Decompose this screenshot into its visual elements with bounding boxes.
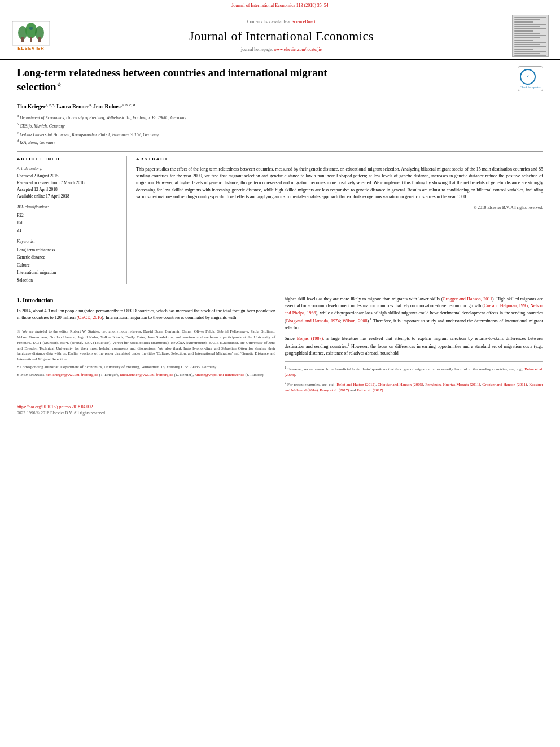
cite-oecd[interactable]: OECD, 2016	[78, 315, 102, 320]
footer-doi[interactable]: https://doi.org/10.1016/j.jinteco.2018.0…	[17, 404, 543, 410]
check-for-updates-badge: ✓ Check for updates	[518, 66, 543, 91]
sciencedirect-link[interactable]: ScienceDirect	[292, 19, 316, 24]
article-history-label: Article history:	[17, 166, 121, 172]
intro-para-1: In 2014, about 4.3 million people migrat…	[17, 308, 275, 322]
section-divider	[17, 290, 543, 290]
affil-d: d IZA, Bonn, Germany	[17, 138, 543, 146]
article-info-header: ARTICLE INFO	[17, 156, 121, 163]
jel-z1: Z1	[17, 227, 121, 235]
affil-a: a Department of Economics, University of…	[17, 113, 543, 121]
footnote-star: ☆ We are grateful to the editor Robert W…	[17, 329, 275, 362]
journal-title-block: Contents lists available at ScienceDirec…	[51, 19, 512, 53]
jel-f22: F22	[17, 212, 121, 220]
keyword-list: Long-term relatedness Genetic distance C…	[17, 246, 121, 285]
intro-title: 1. Introduction	[17, 296, 275, 305]
body-left-col: 1. Introduction In 2014, about 4.3 milli…	[17, 296, 275, 395]
page-footer: https://doi.org/10.1016/j.jinteco.2018.0…	[0, 401, 560, 419]
article-title-section: Long-term relatedness between countries …	[17, 66, 543, 98]
jel-label: JEL classification:	[17, 204, 121, 211]
journal-citation-bar: Journal of International Economics 113 (…	[0, 0, 560, 10]
cite-coe[interactable]: Coe and Helpman, 1995	[484, 303, 528, 308]
article-title: Long-term relatedness between countries …	[17, 66, 344, 94]
article-title-text: Long-term relatedness between countries …	[17, 66, 344, 94]
info-abstract-section: ARTICLE INFO Article history: Received 2…	[17, 151, 543, 284]
author-jens: Jens Ruhose	[93, 104, 121, 110]
keywords-label: Keywords:	[17, 239, 121, 245]
cite-borjas[interactable]: Borjas (1987)	[297, 336, 323, 341]
author-tim-sup: a, b,*,	[46, 103, 55, 107]
page: Journal of International Economics 113 (…	[0, 0, 560, 747]
footnote-corresponding: * Corresponding author at: Department of…	[17, 365, 275, 370]
kw-4: International migration	[17, 269, 121, 277]
check-updates-label: Check for updates	[520, 86, 540, 89]
body-section: 1. Introduction In 2014, about 4.3 milli…	[17, 296, 543, 395]
footnote-2: 2 For recent examples, see, e.g.; Belot …	[285, 380, 543, 393]
abstract-text: This paper studies the effect of the lon…	[136, 166, 543, 201]
cite-grogger[interactable]: Grogger and Hanson, 2011	[443, 296, 492, 302]
abstract-col: ABSTRACT This paper studies the effect o…	[136, 156, 543, 284]
thumbnail-content	[513, 15, 548, 57]
footnote-emails: E-mail addresses: tim.krieger@vwl.uni-fr…	[17, 373, 275, 378]
svg-point-8	[29, 27, 33, 30]
kw-5: Selection	[17, 277, 121, 285]
footnote-section-right: 1 However, recent research on 'beneficia…	[285, 361, 543, 393]
jel-section: JEL classification: F22 J61 Z1	[17, 204, 121, 234]
keywords-section: Keywords: Long-term relatedness Genetic …	[17, 239, 121, 284]
copyright: © 2018 Elsevier B.V. All rights reserved…	[136, 205, 543, 211]
elsevier-logo-svg: ELSEVIER	[11, 20, 51, 51]
article-content: Long-term relatedness between countries …	[0, 60, 560, 401]
elsevier-logo: ELSEVIER	[11, 20, 51, 51]
affil-c: c Leibniz Universität Hannover, Königswo…	[17, 130, 543, 138]
kw-1: Long-term relatedness	[17, 246, 121, 254]
kw-3: Culture	[17, 261, 121, 269]
kw-2: Genetic distance	[17, 254, 121, 261]
title-star: ☆	[56, 81, 62, 88]
article-info-col: ARTICLE INFO Article history: Received 2…	[17, 156, 127, 284]
contents-available: Contents lists available at ScienceDirec…	[51, 19, 512, 25]
affiliations-section: a Department of Economics, University of…	[17, 113, 543, 146]
svg-text:ELSEVIER: ELSEVIER	[18, 46, 45, 51]
author-jens-sup: a, b, c, d	[122, 103, 135, 107]
article-dates: Received 2 August 2015 Received in revis…	[17, 173, 121, 200]
available-date: Available online 17 April 2018	[17, 193, 121, 200]
footnote-1: 1 However, recent research on 'beneficia…	[285, 365, 543, 378]
journal-thumbnail	[512, 15, 549, 57]
footnote-section: ☆ We are grateful to the editor Robert W…	[17, 326, 275, 378]
intro-para-2: higher skill levels as they are more lik…	[285, 296, 543, 332]
author-laura: Laura Renner	[56, 104, 89, 110]
cite-bhagwati[interactable]: Bhagwati and Hamada, 1974	[286, 318, 340, 324]
journal-name: Journal of International Economics	[51, 28, 512, 45]
intro-para-3: Since Borjas (1987), a large literature …	[285, 335, 543, 357]
homepage-url[interactable]: www.elsevier.com/locate/jie	[274, 47, 322, 52]
journal-homepage: journal homepage: www.elsevier.com/locat…	[51, 47, 512, 53]
header-left: ELSEVIER	[11, 20, 51, 51]
journal-citation: Journal of International Economics 113 (…	[231, 3, 329, 8]
footer-issn: 0022-1996/© 2018 Elsevier B.V. All right…	[17, 410, 543, 417]
svg-rect-7	[38, 37, 41, 42]
affil-b: b CESifo, Munich, Germany	[17, 121, 543, 129]
body-right-col: higher skill levels as they are more lik…	[285, 296, 543, 395]
cite-wilson[interactable]: Wilson, 2008	[343, 318, 368, 324]
jel-codes: F22 J61 Z1	[17, 212, 121, 235]
jel-j61: J61	[17, 219, 121, 227]
abstract-header: ABSTRACT	[136, 156, 543, 163]
received-date: Received 2 August 2015	[17, 173, 121, 180]
authors-section: Tim Kriegera, b,*, Laura Rennera, Jens R…	[17, 103, 543, 111]
journal-header: ELSEVIER Contents lists available at Sci…	[0, 10, 560, 60]
svg-rect-5	[30, 37, 32, 42]
contents-label: Contents lists available at	[247, 19, 291, 24]
accepted-date: Accepted 12 April 2018	[17, 186, 121, 193]
author-tim: Tim Krieger	[17, 104, 46, 110]
svg-point-3	[25, 23, 37, 38]
check-circle-icon: ✓	[520, 69, 536, 85]
author-laura-sup: a,	[89, 103, 92, 107]
svg-rect-6	[21, 37, 24, 42]
revised-date: Received in revised form 7 March 2018	[17, 180, 121, 186]
